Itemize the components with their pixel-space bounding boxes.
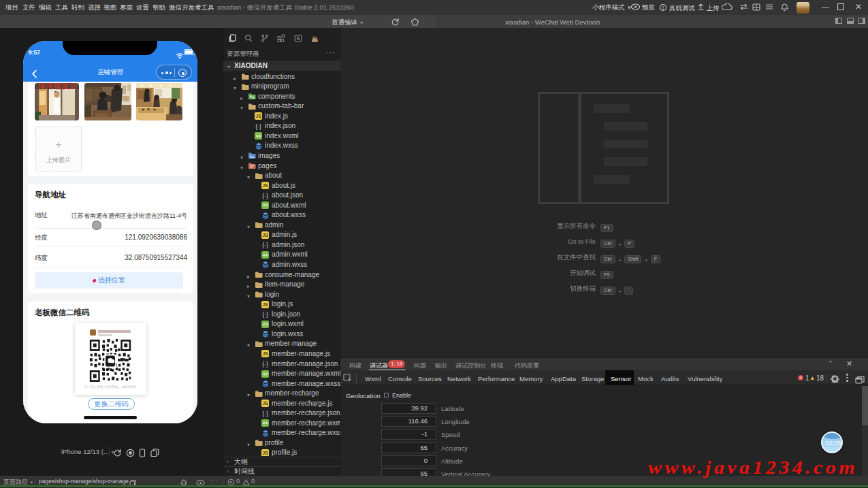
svg-text:<>: <> (263, 203, 268, 208)
svg-text:<>: <> (263, 372, 268, 376)
svg-text:JS: JS (263, 451, 269, 455)
svg-text:JS: JS (263, 302, 269, 307)
svg-text:JS: JS (263, 352, 269, 357)
svg-text:<>: <> (256, 133, 261, 138)
svg-text:{·}: {·} (262, 361, 268, 368)
svg-text:JS: JS (256, 114, 262, 119)
svg-text:{·}: {·} (262, 242, 268, 248)
svg-text:<>: <> (263, 322, 268, 327)
svg-text:洋河理发店: 洋河理发店 (37, 83, 78, 90)
svg-text:JS: JS (263, 183, 269, 188)
svg-text:JS: JS (263, 233, 269, 238)
svg-text:{·}: {·} (262, 311, 268, 318)
svg-text:<>: <> (263, 253, 268, 257)
svg-text:<>: <> (263, 421, 268, 425)
svg-text:JS: JS (263, 402, 269, 406)
svg-text:1: 1 (662, 5, 664, 10)
svg-text:{·}: {·} (255, 123, 261, 129)
svg-text:{·}: {·} (262, 410, 268, 417)
svg-text:{·}: {·} (262, 192, 268, 199)
